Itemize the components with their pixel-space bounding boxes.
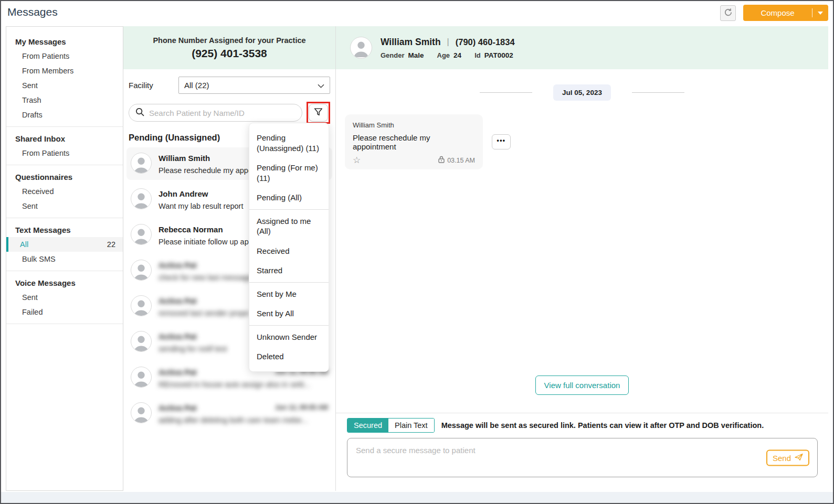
avatar-icon	[131, 402, 152, 423]
sidebar-item-sent[interactable]: Sent	[6, 290, 123, 305]
separator: |	[447, 37, 449, 47]
facility-select[interactable]: All (22)	[178, 77, 330, 94]
filter-menu-item-unknown-sender[interactable]: Unknown Sender	[249, 327, 329, 347]
separator-line	[480, 92, 532, 93]
message-more-button[interactable]: •••	[492, 134, 511, 149]
sidebar-item-sent[interactable]: Sent	[6, 199, 123, 213]
filter-funnel-icon	[314, 108, 323, 119]
refresh-icon	[724, 8, 733, 19]
sidebar-item-sent[interactable]: Sent	[6, 78, 123, 93]
message-sender: William Smith	[353, 121, 475, 129]
search-row	[129, 102, 330, 124]
filter-menu-item-deleted[interactable]: Deleted	[249, 347, 329, 367]
message-card: William Smith Please reschedule my appoi…	[345, 114, 483, 169]
filter-button[interactable]	[309, 104, 328, 122]
send-button[interactable]: Send	[766, 449, 809, 466]
filter-menu-item-pending-for-me-11-[interactable]: Pending (For me) (11)	[249, 158, 329, 188]
refresh-button[interactable]	[720, 5, 736, 21]
sidebar-item-label: From Patients	[22, 149, 69, 157]
filter-menu-item-pending-unassigned-11-[interactable]: Pending (Unassigned) (11)	[249, 128, 329, 158]
menu-divider	[249, 209, 329, 210]
sidebar-item-bulk-sms[interactable]: Bulk SMS	[6, 252, 123, 266]
bottom-strip	[1, 492, 833, 503]
message-time-group: 03.15 AM	[438, 156, 475, 165]
conversation-detail-panel: William Smith | (790) 460-1834 Gender Ma…	[335, 26, 828, 491]
sidebar-section: Shared InboxFrom Patients	[6, 127, 123, 165]
sidebar-item-from-members[interactable]: From Members	[6, 63, 123, 78]
avatar-icon	[131, 295, 152, 316]
patient-avatar	[350, 37, 372, 59]
page-title: Messages	[7, 6, 58, 18]
filter-dropdown-menu: Pending (Unassigned) (11)Pending (For me…	[249, 123, 329, 372]
caret-down-icon	[818, 12, 823, 15]
search-input[interactable]	[149, 109, 295, 117]
message-input[interactable]	[347, 438, 817, 477]
view-full-wrap: View full conversation	[336, 376, 828, 395]
sidebar-item-received[interactable]: Received	[6, 184, 123, 199]
filter-menu-item-sent-by-me[interactable]: Sent by Me	[249, 284, 329, 304]
conversation-preview: adding after deleting both care team meb…	[159, 416, 328, 424]
star-icon[interactable]: ☆	[353, 156, 361, 165]
more-dots-icon: •••	[497, 137, 505, 144]
sidebar-sections: My MessagesFrom PatientsFrom MembersSent…	[6, 30, 123, 324]
message-mode-toggle: Secured Plain Text	[347, 418, 435, 433]
age-value: 24	[453, 51, 461, 59]
avatar-icon	[131, 260, 152, 281]
compose-dropdown-toggle[interactable]	[812, 12, 828, 15]
avatar-icon	[131, 188, 152, 209]
avatar-icon	[131, 367, 152, 388]
avatar-icon	[131, 153, 152, 174]
sidebar-section: Text MessagesAll22Bulk SMS	[6, 218, 123, 271]
avatar-icon	[131, 224, 152, 245]
sidebar-item-label: Trash	[22, 96, 41, 104]
message-text: Please reschedule my appointment	[353, 133, 475, 151]
filter-annotation-box	[307, 102, 330, 124]
age-label: Age	[437, 51, 450, 59]
sidebar-item-drafts[interactable]: Drafts	[6, 108, 123, 122]
messages-page: Messages Compose My MessagesFrom Patient…	[0, 0, 834, 504]
sidebar-section: My MessagesFrom PatientsFrom MembersSent…	[6, 30, 123, 127]
view-full-conversation-button[interactable]: View full conversation	[535, 376, 629, 395]
sidebar-section: QuestionnairesReceivedSent	[6, 165, 123, 218]
sidebar-item-all[interactable]: All22	[6, 237, 123, 252]
sidebar-section: Voice MessagesSentFailed	[6, 271, 123, 324]
sidebar-section-title: Voice Messages	[6, 274, 123, 290]
filter-menu-item-received[interactable]: Received	[249, 241, 329, 261]
sidebar-item-label: Drafts	[22, 111, 43, 119]
sidebar-item-label: Bulk SMS	[22, 255, 56, 263]
sidebar-item-label: Sent	[22, 81, 38, 90]
sidebar-section-title: My Messages	[6, 33, 123, 49]
sidebar-item-from-patients[interactable]: From Patients	[6, 146, 123, 160]
facility-selected-value: All (22)	[184, 81, 209, 90]
message-row: William Smith Please reschedule my appoi…	[345, 114, 828, 169]
separator-line	[632, 92, 684, 93]
sidebar: My MessagesFrom PatientsFrom MembersSent…	[6, 26, 123, 491]
sidebar-item-failed[interactable]: Failed	[6, 305, 123, 319]
patient-header: William Smith | (790) 460-1834 Gender Ma…	[336, 26, 828, 69]
conversation-list-item[interactable]: Activa Patadding after deleting both car…	[126, 397, 332, 430]
sidebar-item-from-patients[interactable]: From Patients	[6, 49, 123, 63]
filter-menu-item-starred[interactable]: Starred	[249, 261, 329, 281]
filter-menu-item-sent-by-all[interactable]: Sent by All	[249, 304, 329, 324]
compose-label: Compose	[743, 8, 812, 17]
sidebar-item-label: From Members	[22, 67, 73, 75]
filter-menu-item-assigned-to-me-all-[interactable]: Assigned to me (All)	[249, 211, 329, 241]
secured-info-text: Message will be sent as secured link. Pa…	[441, 421, 764, 430]
sidebar-section-title: Shared Inbox	[6, 130, 123, 146]
search-icon	[135, 108, 144, 119]
filter-menu-item-pending-all-[interactable]: Pending (All)	[249, 188, 329, 208]
sidebar-item-label: Sent	[22, 202, 38, 210]
lock-icon	[438, 156, 445, 165]
secured-toggle[interactable]: Secured	[347, 419, 388, 432]
menu-divider	[249, 282, 329, 283]
date-pill: Jul 05, 2023	[553, 84, 611, 101]
sidebar-section-title: Questionnaires	[6, 168, 123, 184]
message-footer: ☆ 03.15 AM	[353, 156, 475, 165]
compose-button[interactable]: Compose	[743, 5, 828, 21]
sidebar-item-trash[interactable]: Trash	[6, 93, 123, 108]
paper-plane-icon	[795, 453, 803, 462]
message-time: 03.15 AM	[447, 157, 475, 164]
sidebar-item-label: Sent	[22, 293, 38, 302]
top-bar: Messages Compose	[1, 1, 833, 26]
plain-text-toggle[interactable]: Plain Text	[388, 419, 434, 432]
